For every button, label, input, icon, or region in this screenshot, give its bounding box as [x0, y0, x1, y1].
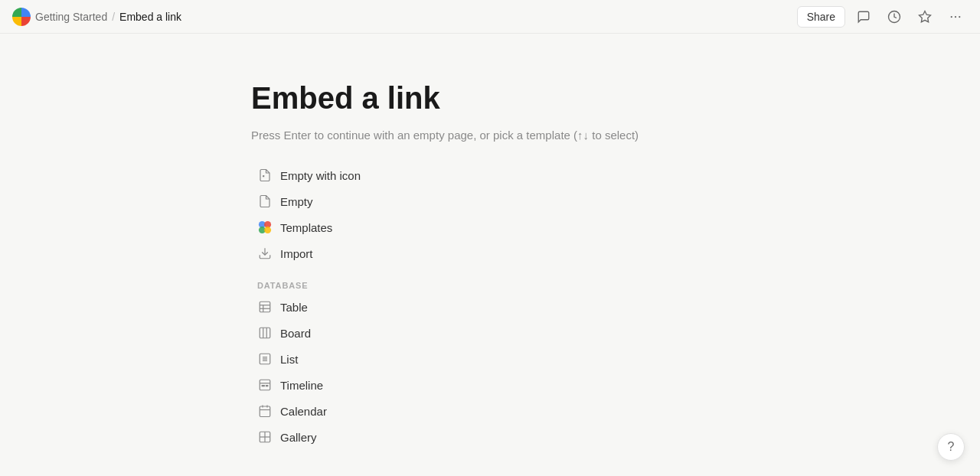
doc-icon — [257, 168, 273, 183]
menu-item-label: Import — [280, 247, 313, 260]
menu-item-calendar[interactable]: Calendar — [251, 399, 450, 423]
menu-item-gallery[interactable]: Gallery — [251, 425, 450, 449]
favorite-button[interactable] — [913, 5, 937, 29]
svg-rect-24 — [262, 385, 266, 386]
breadcrumb-current: Embed a link — [119, 11, 181, 23]
templates-icon — [257, 220, 273, 235]
doc-plain-icon — [257, 194, 273, 209]
calendar-icon — [257, 403, 273, 419]
menu-item-empty[interactable]: Empty — [251, 189, 450, 214]
svg-rect-15 — [260, 328, 270, 338]
breadcrumb: Getting Started / Embed a link — [35, 11, 181, 23]
table-icon — [257, 299, 273, 315]
svg-point-9 — [264, 227, 271, 233]
menu-item-timeline[interactable]: Timeline — [251, 373, 450, 397]
breadcrumb-parent[interactable]: Getting Started — [35, 11, 107, 23]
menu-item-label: Board — [280, 327, 311, 340]
database-section-label: DATABASE — [251, 281, 980, 290]
svg-point-3 — [955, 15, 956, 17]
menu-item-label: List — [280, 353, 298, 366]
svg-point-2 — [951, 15, 952, 17]
menu-item-board[interactable]: Board — [251, 321, 450, 345]
breadcrumb-separator: / — [112, 11, 115, 23]
gallery-icon — [257, 429, 273, 445]
menu-item-label: Templates — [280, 221, 332, 234]
svg-rect-22 — [260, 380, 270, 390]
comment-button[interactable] — [851, 5, 876, 29]
app-logo — [12, 8, 31, 26]
list-icon — [257, 351, 273, 367]
svg-rect-5 — [263, 175, 264, 177]
page-subtitle: Press Enter to continue with an empty pa… — [251, 129, 980, 142]
menu-item-label: Calendar — [280, 405, 327, 418]
menu-item-label: Empty — [280, 195, 313, 208]
menu-item-templates[interactable]: Templates — [251, 215, 450, 240]
svg-rect-25 — [266, 385, 269, 386]
menu-item-label: Empty with icon — [280, 169, 361, 182]
board-icon — [257, 325, 273, 341]
timeline-icon — [257, 377, 273, 393]
menu-item-table[interactable]: Table — [251, 295, 450, 319]
menu-item-empty-with-icon[interactable]: Empty with icon — [251, 163, 450, 187]
page-type-list: Empty with icon Empty — [251, 163, 980, 266]
svg-rect-26 — [260, 406, 270, 417]
more-button[interactable] — [943, 5, 968, 29]
main-content: Embed a link Press Enter to continue wit… — [0, 34, 980, 476]
import-icon — [257, 246, 273, 261]
menu-item-import[interactable]: Import — [251, 241, 450, 266]
topbar-left: Getting Started / Embed a link — [12, 8, 181, 26]
help-button[interactable]: ? — [937, 433, 965, 461]
menu-item-list[interactable]: List — [251, 347, 450, 371]
share-button[interactable]: Share — [797, 6, 845, 28]
database-type-list: Table Board Lis — [251, 295, 980, 449]
topbar: Getting Started / Embed a link Share — [0, 0, 980, 34]
menu-item-label: Timeline — [280, 379, 323, 392]
page-title: Embed a link — [251, 80, 980, 116]
menu-item-label: Table — [280, 301, 308, 314]
svg-rect-11 — [260, 302, 270, 312]
topbar-right: Share — [797, 5, 968, 29]
history-button[interactable] — [882, 5, 906, 29]
menu-item-label: Gallery — [280, 431, 317, 444]
svg-marker-1 — [920, 11, 931, 21]
svg-point-4 — [959, 15, 960, 17]
